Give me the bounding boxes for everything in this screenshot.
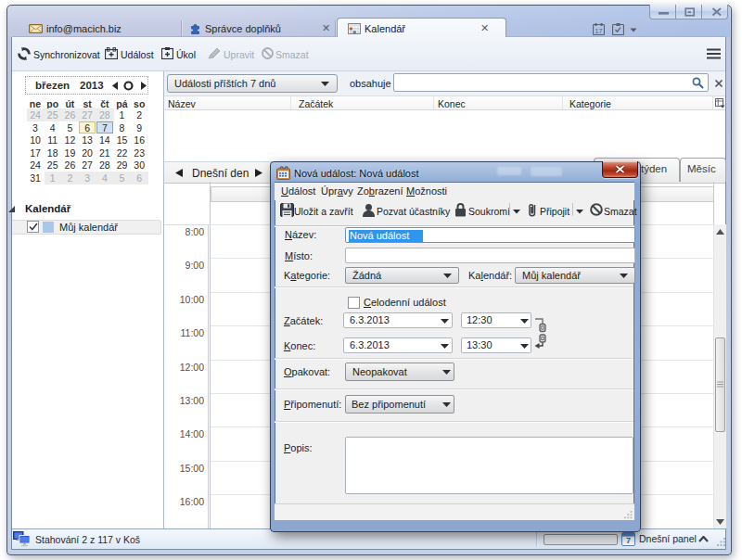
svg-text:7: 7 — [626, 536, 631, 545]
svg-text:17: 17 — [595, 28, 603, 34]
